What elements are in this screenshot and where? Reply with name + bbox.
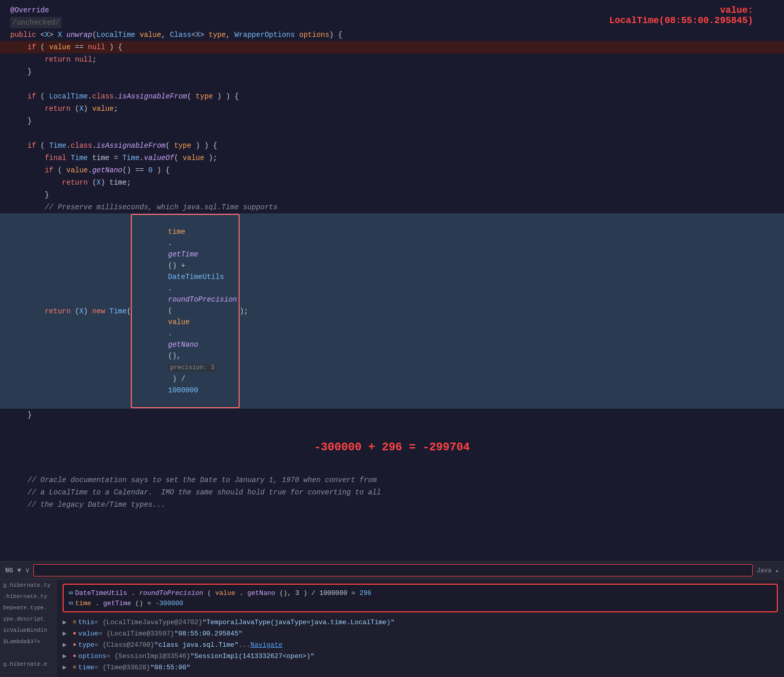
navigate-link[interactable]: Navigate bbox=[250, 641, 282, 649]
infinity-icon-2: ∞ bbox=[69, 599, 73, 607]
var-ref-time: = {Time@33628} bbox=[94, 664, 150, 671]
code-line-blank4 bbox=[0, 462, 784, 474]
tree-eq-icon-this: ≡ bbox=[73, 619, 76, 625]
debug-search-input[interactable] bbox=[33, 564, 753, 576]
tree-item-value: ▶ ● value = {LocalTime@33597} "08:55:00.… bbox=[63, 628, 778, 639]
infinity-icon-1: ∞ bbox=[69, 589, 73, 597]
var-ref-type: = {Class@24700} bbox=[94, 641, 154, 649]
code-line-blank1 bbox=[0, 78, 784, 90]
var-ref-options: = {SessionImpl@33546} bbox=[106, 652, 190, 660]
debug-toolbar: NG ▼ ∨ Java ▴ bbox=[0, 562, 784, 580]
code-line-return-time: return ( X ) time; bbox=[0, 176, 784, 189]
inline-expression-box: time . getTime () + DateTimeUtils . roun… bbox=[131, 214, 240, 408]
tree-circle-icon-options: ● bbox=[73, 653, 76, 659]
watch-expr-1: DateTimeUtils . roundToPrecision ( value… bbox=[75, 589, 371, 597]
code-line-blank2 bbox=[0, 127, 784, 140]
sidebar-item-7 bbox=[0, 647, 56, 659]
code-line-final-time: final Time time = Time . valueOf ( value… bbox=[0, 152, 784, 164]
debug-chevron-icon[interactable]: ∨ bbox=[25, 566, 29, 574]
tree-arrow-type[interactable]: ▶ bbox=[63, 641, 71, 649]
sidebar-item-3: bернate.type. bbox=[0, 602, 56, 613]
var-name-options: options bbox=[79, 652, 107, 660]
code-line-signature: public < X > X unwrap ( LocalTime value … bbox=[0, 29, 784, 41]
code-line-annotation: @Override bbox=[0, 4, 784, 16]
debug-main: ∞ DateTimeUtils . roundToPrecision ( val… bbox=[56, 580, 784, 677]
code-line-comment-oracle3: // the legacy Date/Time types... bbox=[0, 499, 784, 511]
var-name-time: time bbox=[79, 664, 94, 671]
debug-sidebar: g.hibernate.ty .hibernate.ty bернate.typ… bbox=[0, 580, 56, 677]
tree-item-time: ▶ ≡ time = {Time@33628} "08:55:00" bbox=[63, 662, 778, 673]
var-name-type: type bbox=[79, 641, 94, 649]
tree-arrow-value[interactable]: ▶ bbox=[63, 629, 71, 638]
tree-arrow-time[interactable]: ▶ bbox=[63, 663, 71, 671]
sidebar-item-6: §Lambda$37« bbox=[0, 636, 56, 647]
var-ref-value: = {LocalTime@33597} bbox=[99, 630, 174, 638]
code-line-comment-millis: // Preserve milliseconds, which java.sql… bbox=[0, 201, 784, 213]
code-line-close2: } bbox=[0, 115, 784, 127]
var-ref-this: = {LocalTimeJavaType@24702} bbox=[94, 619, 203, 626]
sidebar-item-4: ype.descript bbox=[0, 613, 56, 625]
var-value-time: "08:55:00" bbox=[150, 664, 190, 671]
var-value-options: "SessionImpl(1413332627<open>)" bbox=[190, 652, 315, 660]
code-line-blank3 bbox=[0, 421, 784, 433]
tree-item-type: ▶ ● type = {Class@24700} "class java.sql… bbox=[63, 639, 778, 650]
calc-result: -300000 + 296 = -299704 bbox=[0, 433, 784, 462]
code-line-if-nano: if ( value . getNano () == 0 ) { bbox=[0, 164, 784, 176]
tree-arrow-this[interactable]: ▶ bbox=[63, 618, 71, 626]
debug-panel: NG ▼ ∨ Java ▴ g.hibernate.ty .hibernate.… bbox=[0, 561, 784, 677]
java-badge: Java ▴ bbox=[757, 567, 779, 574]
code-line-return-value: return ( X ) value ; bbox=[0, 103, 784, 115]
tree-item-this: ▶ ≡ this = {LocalTimeJavaType@24702} "Te… bbox=[63, 616, 778, 628]
debug-watch-line-2: ∞ time . getTime () = -300000 bbox=[69, 598, 772, 608]
debug-watch-line-1: ∞ DateTimeUtils . roundToPrecision ( val… bbox=[69, 588, 772, 598]
tree-eq-icon-time: ≡ bbox=[73, 664, 76, 670]
debug-watch-box: ∞ DateTimeUtils . roundToPrecision ( val… bbox=[63, 584, 778, 612]
var-value-value: "08:55:00.295845" bbox=[174, 630, 243, 638]
sidebar-item-2: .hibernate.ty bbox=[0, 591, 56, 602]
code-line-close3: } bbox=[0, 189, 784, 201]
tree-circle-icon-type: ● bbox=[73, 642, 76, 648]
sidebar-item-8: g.hibernate.e bbox=[0, 659, 56, 670]
ide-window: value: LocalTime(08:55:00.295845) @Overr… bbox=[0, 0, 784, 677]
sidebar-item-1: g.hibernate.ty bbox=[0, 580, 56, 591]
code-line-if-localtime: if ( LocalTime . class . isAssignableFro… bbox=[0, 90, 784, 103]
code-editor: value: LocalTime(08:55:00.295845) @Overr… bbox=[0, 0, 784, 520]
code-line-return-new-time: return ( X ) new Time ( time . getTime (… bbox=[0, 213, 784, 409]
var-nav-type: ... bbox=[239, 641, 250, 649]
var-value-type: "class java.sql.Time" bbox=[154, 641, 239, 649]
debug-ng-label: NG bbox=[5, 567, 13, 574]
code-line-close4: } bbox=[0, 409, 784, 421]
debug-filter-icon[interactable]: ▼ bbox=[17, 567, 22, 574]
code-line-suppression: /unchecked/ bbox=[0, 16, 784, 29]
tree-item-options: ▶ ● options = {SessionImpl@33546} "Sessi… bbox=[63, 650, 778, 662]
code-line-if-time: if ( Time . class . isAssignableFrom ( t… bbox=[0, 140, 784, 152]
panel-separator bbox=[0, 520, 784, 561]
debug-with-sidebar: g.hibernate.ty .hibernate.ty bернate.typ… bbox=[0, 580, 784, 677]
code-line-if-null: if ( value == null ) { bbox=[0, 41, 784, 53]
code-line-close1: } bbox=[0, 66, 784, 78]
code-line-comment-oracle2: // a LocalTime to a Calendar. IMO the sa… bbox=[0, 486, 784, 499]
tree-circle-icon-value: ● bbox=[73, 630, 76, 636]
code-line-return-null: return null ; bbox=[0, 53, 784, 66]
sidebar-item-5: icValueBindin bbox=[0, 625, 56, 636]
watch-expr-2: time . getTime () = -300000 bbox=[75, 600, 183, 607]
code-line-comment-oracle1: // Oracle documentation says to set the … bbox=[0, 474, 784, 486]
var-name-this: this bbox=[79, 619, 94, 626]
var-name-value: value bbox=[79, 630, 99, 638]
var-value-this: "TemporalJavaType(javaType=java.time.Loc… bbox=[202, 619, 394, 626]
tree-arrow-options[interactable]: ▶ bbox=[63, 652, 71, 660]
